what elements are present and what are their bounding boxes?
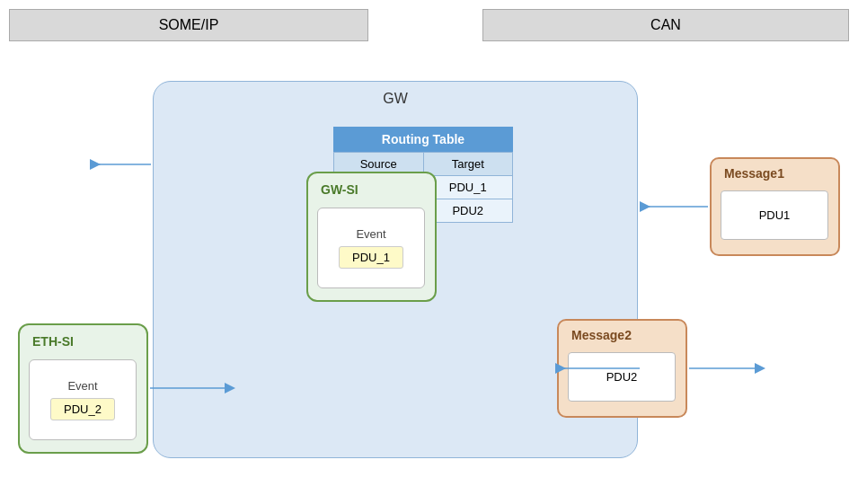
gwsi-label: GW-SI xyxy=(321,182,358,197)
col-target: Target xyxy=(423,153,513,176)
gwsi-box: GW-SI Event PDU_1 xyxy=(306,172,437,302)
message2-pdu: PDU2 xyxy=(568,352,676,402)
gwsi-event-label: Event xyxy=(356,227,385,241)
someip-label: SOME/IP xyxy=(159,17,219,32)
message1-box: Message1 PDU1 xyxy=(710,157,840,256)
message2-label: Message2 xyxy=(571,328,632,342)
gwsi-inner: Event PDU_1 xyxy=(317,208,425,288)
message1-pdu: PDU1 xyxy=(721,190,828,240)
gw-label: GW xyxy=(383,91,408,107)
someip-header: SOME/IP xyxy=(9,9,368,41)
message1-label: Message1 xyxy=(724,166,784,181)
can-label: CAN xyxy=(650,17,681,32)
can-header: CAN xyxy=(482,9,849,41)
ethsi-box: ETH-SI Event PDU_2 xyxy=(18,323,148,454)
ethsi-label: ETH-SI xyxy=(32,334,74,349)
routing-table-header: Routing Table xyxy=(333,127,513,152)
message2-box: Message2 PDU2 xyxy=(557,319,687,418)
ethsi-inner: Event PDU_2 xyxy=(29,359,137,440)
ethsi-event-label: Event xyxy=(67,379,97,393)
ethsi-pdu-box: PDU_2 xyxy=(50,398,115,420)
gwsi-pdu-box: PDU_1 xyxy=(339,246,403,269)
